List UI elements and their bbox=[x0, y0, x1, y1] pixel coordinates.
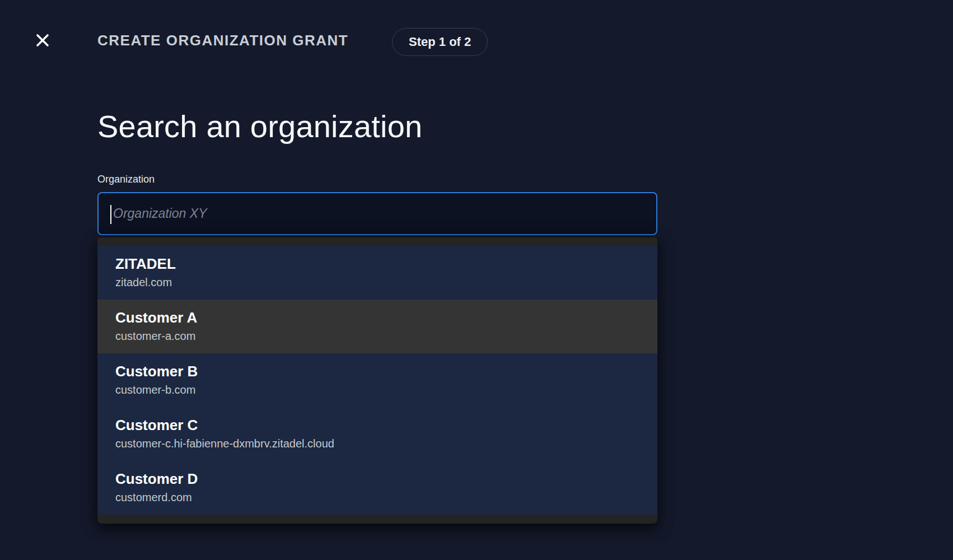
organization-option-domain: customer-a.com bbox=[115, 328, 639, 344]
dialog-title: CREATE ORGANIZATION GRANT bbox=[97, 31, 348, 49]
organization-search-input[interactable] bbox=[99, 193, 656, 234]
step-badge: Step 1 of 2 bbox=[392, 28, 488, 56]
organization-option[interactable]: Customer B customer-b.com bbox=[97, 353, 657, 407]
organization-search-field bbox=[97, 192, 657, 235]
organization-option-name: ZITADEL bbox=[115, 254, 639, 274]
create-organization-grant-dialog: { "colors": { "page_bg": "#141a2b", "acc… bbox=[0, 0, 953, 560]
close-button[interactable] bbox=[31, 29, 54, 52]
text-cursor bbox=[110, 205, 111, 224]
organization-option-name: Customer C bbox=[115, 415, 639, 436]
organization-option[interactable]: Customer C customer-c.hi-fabienne-dxmbrv… bbox=[97, 407, 657, 461]
organization-option-name: Customer A bbox=[115, 307, 639, 328]
organization-option[interactable]: ZITADEL zitadel.com bbox=[97, 246, 657, 300]
page-title: Search an organization bbox=[97, 108, 422, 146]
organization-option-domain: customerd.com bbox=[115, 489, 639, 506]
organization-option[interactable]: Customer D customerd.com bbox=[97, 461, 657, 515]
organization-option-name: Customer B bbox=[115, 361, 639, 382]
organization-option-domain: zitadel.com bbox=[115, 274, 639, 291]
organization-field-label: Organization bbox=[97, 172, 155, 186]
organization-option-name: Customer D bbox=[115, 469, 639, 489]
organization-option-domain: customer-b.com bbox=[115, 382, 639, 398]
organization-autocomplete-panel: ZITADEL zitadel.com Customer A customer-… bbox=[97, 237, 657, 524]
organization-option-domain: customer-c.hi-fabienne-dxmbrv.zitadel.cl… bbox=[115, 436, 639, 452]
organization-option[interactable]: Customer A customer-a.com bbox=[97, 300, 657, 353]
close-icon bbox=[34, 31, 52, 49]
